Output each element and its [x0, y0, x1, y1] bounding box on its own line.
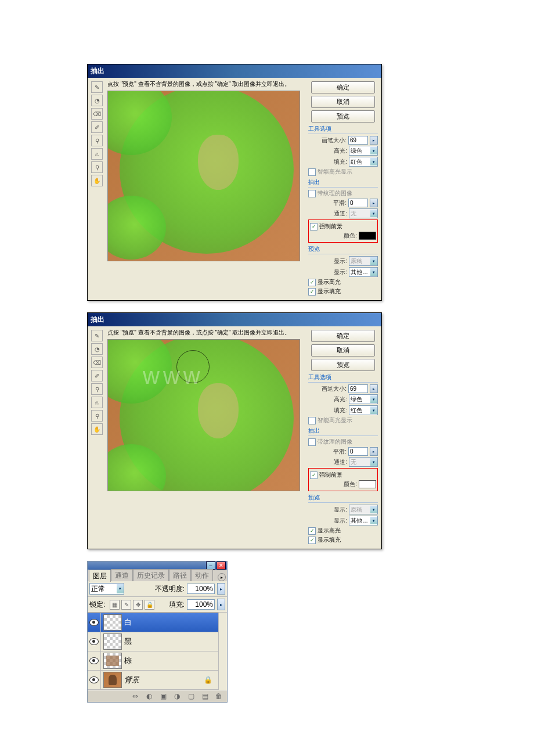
display-dropdown[interactable]: 其他…▾: [349, 267, 378, 277]
color-swatch[interactable]: [359, 480, 376, 488]
titlebar[interactable]: 抽出: [88, 64, 381, 78]
tab-history[interactable]: 历史记录: [133, 569, 169, 581]
lock-transparency-icon[interactable]: ▦: [110, 600, 120, 610]
opacity-input[interactable]: [187, 584, 215, 594]
highlight-dropdown[interactable]: 绿色▾: [349, 394, 378, 404]
show-fill-checkbox[interactable]: ✓: [308, 537, 316, 544]
preview-canvas[interactable]: [107, 91, 300, 261]
lock-icon: 🔒: [204, 676, 212, 684]
close-icon[interactable]: ✕: [217, 561, 226, 570]
tab-layers[interactable]: 图层: [89, 570, 111, 582]
force-fg-checkbox[interactable]: ✓: [310, 471, 317, 479]
layer-style-icon[interactable]: ◐: [145, 692, 154, 700]
layer-mask-icon[interactable]: ▣: [158, 692, 168, 700]
display-dropdown[interactable]: 其他…▾: [349, 516, 378, 525]
fill-dropdown[interactable]: 红色▾: [349, 405, 378, 415]
delete-layer-icon[interactable]: 🗑: [214, 692, 223, 700]
cleanup-tool-icon[interactable]: ⚲: [91, 383, 103, 395]
visibility-eye-icon[interactable]: [89, 657, 99, 664]
layer-item[interactable]: 背景 🔒: [88, 671, 218, 690]
link-layers-icon[interactable]: ⇔: [131, 692, 140, 700]
layer-item[interactable]: 棕: [88, 651, 218, 671]
smooth-spinner[interactable]: ▸: [370, 199, 378, 207]
smart-highlight-label: 智能高光显示: [317, 416, 352, 424]
eyedropper-tool-icon[interactable]: ✐: [91, 121, 103, 133]
tab-actions[interactable]: 动作: [191, 569, 213, 581]
eyedropper-tool-icon[interactable]: ✐: [91, 370, 103, 381]
eraser-tool-icon[interactable]: ⌫: [91, 108, 103, 120]
new-layer-icon[interactable]: ▤: [200, 692, 210, 700]
highlighter-tool-icon[interactable]: ✎: [91, 81, 103, 93]
layer-name[interactable]: 棕: [124, 656, 218, 666]
color-swatch[interactable]: [359, 232, 376, 240]
eraser-tool-icon[interactable]: ⌫: [91, 357, 103, 368]
cleanup-tool-icon[interactable]: ⚲: [91, 135, 103, 146]
ok-button[interactable]: 确定: [311, 330, 375, 342]
layer-item[interactable]: 白: [88, 613, 218, 632]
panel-menu-icon[interactable]: ▸: [218, 573, 226, 581]
layer-name[interactable]: 白: [124, 617, 218, 628]
brush-size-spinner[interactable]: ▸: [370, 384, 378, 393]
textured-checkbox[interactable]: [308, 190, 316, 197]
show-highlight-checkbox[interactable]: ✓: [308, 527, 316, 535]
tab-channels[interactable]: 通道: [111, 569, 133, 581]
titlebar[interactable]: 抽出: [88, 313, 381, 326]
highlighter-tool-icon[interactable]: ✎: [91, 330, 103, 341]
force-fg-checkbox[interactable]: ✓: [310, 223, 317, 231]
cancel-button[interactable]: 取消: [311, 344, 375, 357]
lock-all-icon[interactable]: 🔒: [145, 600, 154, 610]
ok-button[interactable]: 确定: [311, 81, 375, 93]
brush-size-input[interactable]: [348, 136, 368, 145]
preview-canvas[interactable]: www: [107, 339, 300, 491]
minimize-icon[interactable]: –: [206, 561, 215, 570]
lock-position-icon[interactable]: ✥: [133, 600, 143, 610]
preview-button[interactable]: 预览: [311, 359, 375, 371]
smooth-spinner[interactable]: ▸: [370, 447, 378, 456]
scrollbar[interactable]: [218, 613, 227, 690]
edge-touchup-tool-icon[interactable]: ⎌: [91, 397, 103, 408]
cancel-button[interactable]: 取消: [311, 96, 375, 108]
section-tool-options: 工具选项: [308, 125, 378, 134]
edge-touchup-tool-icon[interactable]: ⎌: [91, 148, 103, 160]
fill-tool-icon[interactable]: ◔: [91, 95, 103, 106]
opacity-flyout-icon[interactable]: ▸: [217, 583, 225, 595]
layer-name[interactable]: 背景: [124, 675, 204, 685]
preview-button[interactable]: 预览: [311, 110, 375, 123]
brush-size-input[interactable]: [348, 384, 368, 393]
highlight-dropdown[interactable]: 绿色▾: [349, 146, 378, 156]
smart-highlight-checkbox[interactable]: [308, 417, 316, 424]
tab-paths[interactable]: 路径: [169, 569, 191, 581]
visibility-eye-icon[interactable]: [89, 638, 99, 645]
fill-flyout-icon[interactable]: ▸: [217, 599, 225, 610]
hand-tool-icon[interactable]: ✋: [91, 175, 103, 186]
highlight-label: 高光:: [334, 395, 347, 404]
hand-tool-icon[interactable]: ✋: [91, 423, 103, 435]
show-fill-checkbox[interactable]: ✓: [308, 288, 316, 296]
zoom-tool-icon[interactable]: ⚲: [91, 410, 103, 422]
blend-mode-dropdown[interactable]: 正常▾: [89, 583, 124, 595]
lock-image-icon[interactable]: ✎: [121, 600, 131, 610]
display-label: 显示:: [334, 517, 347, 525]
fill-dropdown[interactable]: 红色▾: [349, 157, 378, 167]
layer-thumbnail[interactable]: [103, 633, 122, 650]
show-highlight-checkbox[interactable]: ✓: [308, 279, 316, 286]
layer-item[interactable]: 黑: [88, 632, 218, 651]
fill-opacity-input[interactable]: [187, 599, 215, 610]
adjustment-layer-icon[interactable]: ◑: [172, 692, 182, 700]
smart-highlight-checkbox[interactable]: [308, 168, 316, 176]
layer-name[interactable]: 黑: [124, 636, 218, 647]
layer-thumbnail[interactable]: [103, 614, 122, 631]
textured-checkbox[interactable]: [308, 438, 316, 446]
layer-thumbnail[interactable]: [103, 672, 122, 688]
visibility-eye-icon[interactable]: [89, 619, 99, 626]
smooth-input[interactable]: [348, 199, 368, 207]
visibility-eye-icon[interactable]: [89, 676, 99, 683]
layer-thumbnail[interactable]: [103, 653, 122, 669]
new-group-icon[interactable]: ▢: [186, 692, 196, 700]
smooth-input[interactable]: [348, 447, 368, 456]
show-highlight-label: 显示高光: [317, 527, 341, 535]
section-extract: 抽出: [308, 178, 378, 188]
zoom-tool-icon[interactable]: ⚲: [91, 161, 103, 173]
brush-size-spinner[interactable]: ▸: [370, 136, 378, 145]
fill-tool-icon[interactable]: ◔: [91, 343, 103, 355]
